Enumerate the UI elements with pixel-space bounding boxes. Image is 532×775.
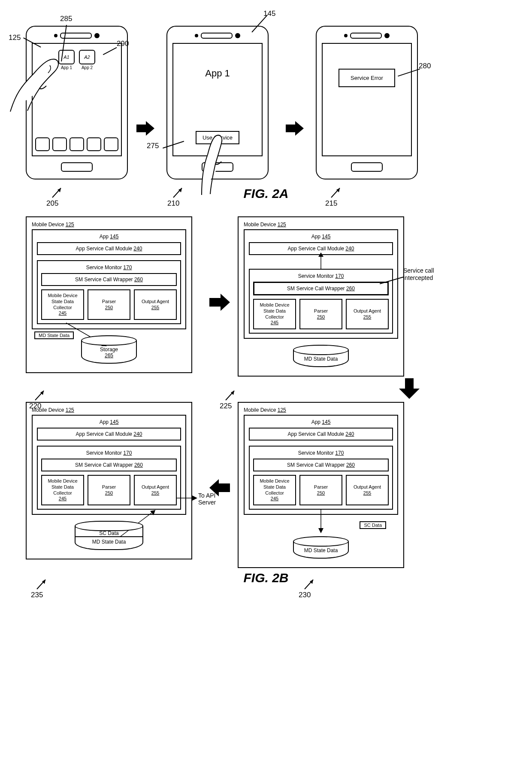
- flow-arrow-right-icon: [286, 121, 304, 136]
- mobile-device-box: Mobile Device 125 App 145 App Service Ca…: [238, 402, 404, 568]
- hand-pointer-icon: [189, 119, 232, 196]
- sm-wrapper: SM Service Call Wrapper 260: [41, 273, 177, 286]
- state-data-collector: Mobile Device State Data Collector 245: [41, 289, 84, 320]
- storage-cylinder: MD State Data: [293, 536, 349, 559]
- storage-cylinder: Storage265: [81, 335, 137, 364]
- state-data-collector: Mobile Device State Data Collector 245: [253, 299, 296, 329]
- service-monitor-box: Service Monitor 170 SM Service Call Wrap…: [37, 446, 181, 510]
- ref-215: 215: [325, 199, 337, 208]
- service-monitor-label: Service Monitor 170: [253, 450, 389, 456]
- app-box: App 145 App Service Call Module 240 Serv…: [32, 229, 186, 329]
- service-monitor-box: Service Monitor 170 SM Service Call Wrap…: [249, 446, 393, 510]
- mobile-device-label: Mobile Device 125: [32, 407, 186, 413]
- panel-230: Mobile Device 125 App 145 App Service Ca…: [238, 402, 426, 568]
- fig2a-row: 285 125 290 A1 App 1 A2 App 2: [13, 17, 519, 179]
- md-state-label: MD State Data: [304, 356, 338, 362]
- parser-box: Parser250: [299, 299, 342, 329]
- hand-pointer-icon: [7, 43, 71, 116]
- app-service-call-module: App Service Call Module 240: [249, 428, 393, 441]
- ref-280: 280: [419, 62, 431, 70]
- svg-marker-17: [399, 378, 420, 399]
- fig2b-row2: Mobile Device 125 App 145 App Service Ca…: [13, 402, 519, 568]
- panel-235: Mobile Device 125 App 145 App Service Ca…: [13, 402, 202, 559]
- sc-data-label: SC Data: [77, 530, 141, 536]
- svg-marker-12: [209, 294, 230, 311]
- app-box: App 145 App Service Call Module 240 Serv…: [244, 229, 398, 339]
- sm-wrapper: SM Service Call Wrapper 260: [253, 459, 389, 471]
- mobile-device-label: Mobile Device 125: [32, 222, 186, 228]
- home-button[interactable]: [351, 162, 383, 172]
- phone-state-3: 280 Service Error 215: [311, 17, 427, 179]
- app-label-2: App 2: [79, 65, 95, 70]
- ref-235: 235: [31, 591, 43, 599]
- app-box: App 145 App Service Call Module 240 Serv…: [244, 415, 398, 515]
- output-agent-box: Output Agent255: [346, 299, 389, 329]
- service-monitor-label: Service Monitor 170: [253, 273, 389, 279]
- app-box: App 145 App Service Call Module 240 Serv…: [32, 415, 186, 515]
- ref-225: 225: [220, 402, 232, 410]
- svg-marker-19: [150, 510, 155, 515]
- ref-arrow-235: [34, 576, 50, 592]
- storage-ref: 265: [105, 353, 113, 359]
- ref-205: 205: [46, 199, 58, 208]
- state-data-collector: Mobile Device State Data Collector 245: [253, 475, 296, 505]
- ref-285: 285: [60, 15, 72, 23]
- storage-cylinder: MD State Data: [293, 345, 349, 367]
- flow-arrow-right-icon: [136, 121, 154, 136]
- mobile-device-box: Mobile Device 125 App 145 App Service Ca…: [26, 402, 192, 559]
- parser-box: Parser250: [88, 289, 130, 320]
- storage-cylinder: SC Data MD State Data: [75, 521, 143, 550]
- ref-arrow-225: [223, 387, 239, 403]
- ref-arrow-210: [171, 185, 186, 200]
- phone-state-1: 285 125 290 A1 App 1 A2 App 2: [13, 17, 129, 179]
- ref-arrow-205: [50, 185, 65, 200]
- app-title: App 1: [205, 68, 230, 79]
- app-label: App 145: [37, 419, 181, 425]
- state-data-collector: Mobile Device State Data Collector 245: [41, 475, 84, 505]
- camera-dot-icon: [384, 33, 390, 38]
- arrow-to-api-icon: [176, 495, 197, 501]
- ref-210: 210: [167, 199, 179, 208]
- panel-220: Mobile Device 125 App 145 App Service Ca…: [13, 216, 202, 373]
- phone-state-2: 145 App 1 Use Service 275 210: [162, 17, 278, 179]
- service-call-intercepted-note: Service call intercepted: [403, 267, 450, 282]
- app-service-call-module: App Service Call Module 240: [37, 242, 181, 255]
- svg-marker-5: [286, 121, 304, 136]
- ref-125: 125: [9, 33, 21, 42]
- speaker-icon: [201, 33, 233, 39]
- sm-wrapper: SM Service Call Wrapper 260: [253, 282, 389, 295]
- service-monitor-label: Service Monitor 170: [41, 450, 177, 456]
- sensor-dot-icon: [344, 34, 348, 37]
- camera-dot-icon: [235, 33, 240, 38]
- dock-icon[interactable]: [104, 137, 118, 151]
- output-agent-box: Output Agent255: [134, 289, 177, 320]
- mobile-device-label: Mobile Device 125: [244, 407, 398, 413]
- speaker-icon: [350, 33, 382, 39]
- phone-top: [172, 33, 263, 39]
- phone-screen: Service Error: [322, 43, 412, 156]
- dock-icon[interactable]: [35, 137, 50, 151]
- svg-marker-26: [318, 528, 323, 533]
- phone-frame: Service Error: [316, 26, 418, 179]
- phone-top: [32, 33, 122, 39]
- parser-box: Parser250: [88, 475, 130, 505]
- dock-icon[interactable]: [87, 137, 101, 151]
- dock-icon[interactable]: [70, 137, 84, 151]
- storage-label: Storage: [100, 346, 118, 353]
- speaker-icon: [60, 33, 92, 39]
- to-api-server-note: To API Server: [198, 492, 216, 506]
- figure-title-2b: FIG. 2B: [13, 571, 519, 585]
- dock-icon[interactable]: [52, 137, 67, 151]
- app-icon-2[interactable]: A2: [79, 50, 95, 64]
- app-label: App 145: [37, 234, 181, 240]
- app-label: App 145: [249, 234, 393, 240]
- arrow-parser-to-storage-icon: [317, 509, 324, 533]
- svg-marker-14: [318, 252, 323, 257]
- ref-275: 275: [147, 142, 159, 150]
- md-state-label: MD State Data: [304, 547, 338, 553]
- parser-box: Parser250: [299, 475, 342, 505]
- output-agent-box: Output Agent255: [346, 475, 389, 505]
- panel-225: Service call intercepted Mobile Device 1…: [238, 216, 426, 377]
- output-agent-box: Output Agent255: [134, 475, 177, 505]
- home-button[interactable]: [61, 162, 93, 172]
